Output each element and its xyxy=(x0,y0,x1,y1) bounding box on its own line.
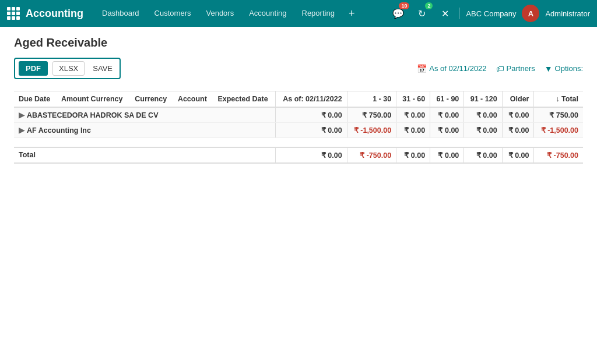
refresh-button[interactable]: ↻ 2 xyxy=(413,5,430,22)
options-filter-label: Options: xyxy=(555,64,583,73)
group-value: ₹ 0.00 xyxy=(502,107,534,123)
company-name: ABC Company xyxy=(466,9,516,18)
col-expected-date: Expected Date xyxy=(213,91,275,108)
report-table: Due Date Amount Currency Currency Accoun… xyxy=(14,91,583,164)
group-name: ABASTECEDORA HADROK SA DE CV xyxy=(27,111,158,119)
group-value: ₹ 750.00 xyxy=(534,107,583,123)
table-group-row[interactable]: ▶ABASTECEDORA HADROK SA DE CV₹ 0.00₹ 750… xyxy=(14,107,583,123)
col-31-60: 31 - 60 xyxy=(396,91,430,108)
col-91-120: 91 - 120 xyxy=(464,91,502,108)
group-value: ₹ 0.00 xyxy=(464,107,502,123)
group-value: ₹ 0.00 xyxy=(396,107,430,123)
partners-filter-label: Partners xyxy=(507,64,535,73)
nav-customers[interactable]: Customers xyxy=(148,5,198,22)
calendar-icon: 📅 xyxy=(417,64,427,73)
toolbar-area: PDF XLSX SAVE 📅 As of 02/11/2022 🏷 Partn… xyxy=(14,58,583,79)
group-name: AF Accounting Inc xyxy=(27,126,91,135)
nav-dashboard[interactable]: Dashboard xyxy=(95,5,146,22)
messages-badge: 10 xyxy=(399,2,409,9)
avatar[interactable]: A xyxy=(522,5,539,22)
total-label: Total xyxy=(14,147,275,163)
group-value: ₹ 0.00 xyxy=(396,123,430,138)
expand-icon[interactable]: ▶ xyxy=(19,111,24,119)
nav-reporting[interactable]: Reporting xyxy=(295,5,342,22)
group-value: ₹ 0.00 xyxy=(464,123,502,138)
date-filter[interactable]: 📅 As of 02/11/2022 xyxy=(417,64,486,73)
col-61-90: 61 - 90 xyxy=(430,91,464,108)
nav-accounting[interactable]: Accounting xyxy=(242,5,293,22)
col-as-of: As of: 02/11/2022 xyxy=(275,91,347,108)
col-currency: Currency xyxy=(130,91,173,108)
group-value: ₹ 0.00 xyxy=(275,107,347,123)
date-filter-label: As of 02/11/2022 xyxy=(429,64,486,73)
brand-title: Accounting xyxy=(26,8,83,20)
apps-grid-icon[interactable] xyxy=(7,7,20,20)
nav-divider xyxy=(459,8,460,19)
nav-right-area: 💬 10 ↻ 2 ✕ ABC Company A Administrator xyxy=(389,5,590,22)
export-toolbar: PDF XLSX SAVE xyxy=(14,58,121,79)
partners-filter[interactable]: 🏷 Partners xyxy=(496,64,535,73)
total-value: ₹ -750.00 xyxy=(347,147,396,163)
partners-icon: 🏷 xyxy=(496,64,504,73)
group-value: ₹ 0.00 xyxy=(502,123,534,138)
group-value: ₹ -1,500.00 xyxy=(534,123,583,138)
col-total: ↓ Total xyxy=(534,91,583,108)
col-amount-currency: Amount Currency xyxy=(57,91,130,108)
page-title: Aged Receivable xyxy=(14,36,583,50)
nav-vendors[interactable]: Vendors xyxy=(199,5,241,22)
group-value: ₹ 750.00 xyxy=(347,107,396,123)
messages-button[interactable]: 💬 10 xyxy=(389,5,407,22)
col-account: Account xyxy=(173,91,213,108)
total-value: ₹ 0.00 xyxy=(464,147,502,163)
pdf-button[interactable]: PDF xyxy=(19,61,48,76)
col-older: Older xyxy=(502,91,534,108)
save-button[interactable]: SAVE xyxy=(89,62,116,75)
total-value: ₹ 0.00 xyxy=(396,147,430,163)
options-filter[interactable]: ▼ Options: xyxy=(545,64,583,73)
close-button[interactable]: ✕ xyxy=(436,5,454,22)
table-group-row[interactable]: ▶AF Accounting Inc₹ 0.00₹ -1,500.00₹ 0.0… xyxy=(14,123,583,138)
group-value: ₹ 0.00 xyxy=(430,107,464,123)
group-value: ₹ 0.00 xyxy=(430,123,464,138)
main-menu: Dashboard Customers Vendors Accounting R… xyxy=(95,5,387,22)
admin-name: Administrator xyxy=(545,9,590,18)
filter-toolbar: 📅 As of 02/11/2022 🏷 Partners ▼ Options: xyxy=(417,64,583,73)
xlsx-button[interactable]: XLSX xyxy=(52,61,85,76)
total-value: ₹ 0.00 xyxy=(275,147,347,163)
expand-icon[interactable]: ▶ xyxy=(19,126,24,135)
top-navigation: Accounting Dashboard Customers Vendors A… xyxy=(0,0,597,27)
add-menu-button[interactable]: + xyxy=(343,5,361,22)
page-content: Aged Receivable PDF XLSX SAVE 📅 As of 02… xyxy=(0,27,597,364)
table-header-row: Due Date Amount Currency Currency Accoun… xyxy=(14,91,583,108)
group-value: ₹ 0.00 xyxy=(275,123,347,138)
group-value: ₹ -1,500.00 xyxy=(347,123,396,138)
filter-icon: ▼ xyxy=(545,64,553,73)
total-row: Total₹ 0.00₹ -750.00₹ 0.00₹ 0.00₹ 0.00₹ … xyxy=(14,147,583,163)
total-value: ₹ -750.00 xyxy=(534,147,583,163)
col-due-date: Due Date xyxy=(14,91,57,108)
total-value: ₹ 0.00 xyxy=(502,147,534,163)
total-value: ₹ 0.00 xyxy=(430,147,464,163)
refresh-badge: 2 xyxy=(425,2,433,9)
col-1-30: 1 - 30 xyxy=(347,91,396,108)
